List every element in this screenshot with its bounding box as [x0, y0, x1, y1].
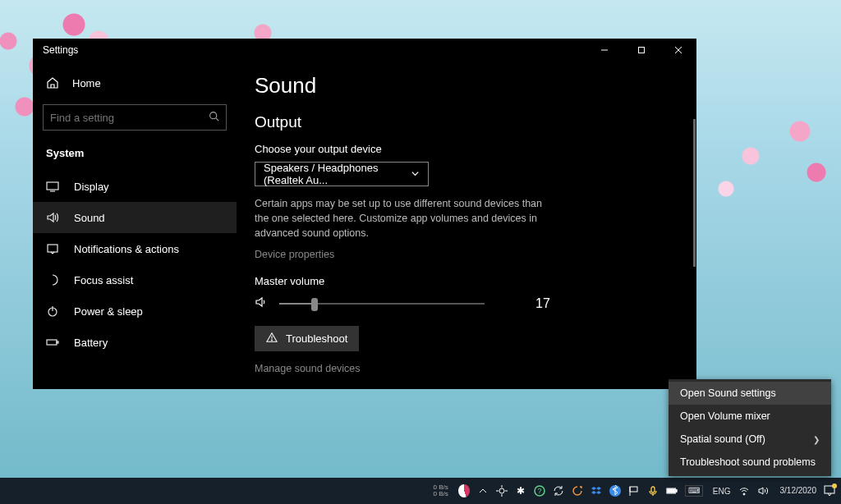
volume-icon[interactable]: [255, 296, 269, 311]
nav-label: Display: [74, 181, 109, 193]
ctx-label: Troubleshoot sound problems: [680, 456, 816, 468]
search-icon: [209, 111, 219, 124]
output-help-text: Certain apps may be set up to use differ…: [255, 196, 542, 241]
ctx-open-sound-settings[interactable]: Open Sound settings: [669, 382, 831, 405]
content-area: Sound Output Choose your output device S…: [237, 62, 696, 389]
maximize-button[interactable]: [623, 39, 659, 62]
tray-keyboard-icon[interactable]: ⌨: [685, 485, 703, 497]
svg-rect-1: [638, 48, 644, 53]
tray-help-icon[interactable]: ?: [534, 485, 545, 497]
chevron-right-icon: ❯: [813, 435, 820, 444]
nav-power-sleep[interactable]: Power & sleep: [33, 296, 237, 327]
action-center-icon[interactable]: [823, 484, 836, 497]
network-stats[interactable]: 0 B/s 0 B/s: [434, 484, 453, 498]
minimize-button[interactable]: [586, 39, 623, 62]
tray-flag-icon[interactable]: [628, 485, 640, 497]
taskbar[interactable]: 0 B/s 0 B/s ✱ ? ⌨ ENG 3/12/2020: [0, 478, 841, 504]
sound-context-menu: Open Sound settings Open Volume mixer Sp…: [669, 379, 831, 476]
search-input[interactable]: [50, 112, 209, 124]
tray-dropbox-icon[interactable]: [591, 485, 602, 497]
svg-rect-23: [630, 487, 637, 492]
titlebar[interactable]: Settings: [33, 39, 696, 62]
svg-point-29: [743, 493, 745, 495]
nav-notifications[interactable]: Notifications & actions: [33, 233, 237, 264]
settings-window: Settings Home System: [33, 39, 696, 365]
ctx-label: Open Sound settings: [680, 387, 776, 399]
nav-label: Focus assist: [74, 274, 133, 286]
window-title: Settings: [43, 44, 78, 56]
battery-icon: [46, 336, 59, 349]
home-nav[interactable]: Home: [43, 70, 227, 96]
ctx-label: Spatial sound (Off): [680, 433, 765, 445]
ctx-label: Open Volume mixer: [680, 410, 770, 422]
svg-point-4: [210, 112, 217, 119]
svg-line-5: [216, 118, 218, 121]
svg-rect-27: [675, 489, 677, 492]
manage-sound-devices-link[interactable]: Manage sound devices: [255, 363, 678, 374]
nav-focus-assist[interactable]: Focus assist: [33, 264, 237, 296]
display-icon: [46, 180, 59, 193]
nav-battery[interactable]: Battery: [33, 327, 237, 358]
tray-bluetooth-icon[interactable]: [609, 485, 621, 497]
nav-label: Power & sleep: [74, 305, 143, 318]
device-properties-link[interactable]: Device properties: [255, 249, 678, 260]
focus-assist-icon: [46, 273, 59, 286]
tray-battery-icon[interactable]: [666, 485, 678, 497]
nav-label: Sound: [74, 212, 105, 224]
tray-language[interactable]: ENG: [713, 487, 731, 496]
tray-refresh-icon[interactable]: [572, 485, 583, 497]
nav-label: Battery: [74, 337, 108, 349]
svg-point-15: [499, 488, 504, 493]
home-label: Home: [72, 77, 101, 89]
volume-slider[interactable]: [279, 303, 485, 305]
volume-value: 17: [535, 296, 550, 311]
net-dn: 0 B/s: [434, 491, 448, 497]
svg-point-14: [272, 340, 273, 341]
category-label: System: [43, 142, 227, 171]
svg-rect-11: [47, 340, 57, 345]
svg-rect-28: [667, 489, 674, 493]
svg-rect-6: [47, 182, 58, 190]
notifications-icon: [46, 242, 59, 255]
output-section-title: Output: [255, 113, 678, 131]
taskbar-clock[interactable]: 3/12/2020: [774, 486, 824, 496]
ctx-spatial-sound[interactable]: Spatial sound (Off) ❯: [669, 428, 831, 451]
warning-icon: [266, 332, 278, 346]
svg-rect-8: [48, 245, 57, 252]
tray-wifi-icon[interactable]: [738, 485, 750, 497]
sidebar: Home System Display Sound: [33, 62, 237, 389]
home-icon: [46, 76, 59, 89]
system-tray: ✱ ? ⌨ ENG: [453, 485, 774, 497]
page-title: Sound: [255, 73, 678, 99]
troubleshoot-button[interactable]: Troubleshoot: [255, 326, 359, 351]
ctx-troubleshoot-sound[interactable]: Troubleshoot sound problems: [669, 451, 831, 474]
tray-pie-icon[interactable]: [458, 485, 470, 497]
chevron-down-icon: [411, 168, 420, 181]
troubleshoot-label: Troubleshoot: [286, 332, 347, 345]
tray-slack-icon[interactable]: ✱: [515, 485, 526, 497]
svg-rect-25: [651, 487, 655, 493]
tray-sync-icon[interactable]: [553, 485, 564, 497]
dropdown-value: Speakers / Headphones (Realtek Au...: [264, 162, 411, 186]
choose-output-label: Choose your output device: [255, 143, 678, 155]
wallpaper-blossom-right: [701, 107, 841, 213]
nav-label: Notifications & actions: [74, 243, 179, 255]
svg-rect-12: [57, 341, 58, 343]
search-box[interactable]: [43, 104, 227, 131]
sound-icon: [46, 211, 59, 224]
ctx-open-volume-mixer[interactable]: Open Volume mixer: [669, 405, 831, 428]
output-device-dropdown[interactable]: Speakers / Headphones (Realtek Au...: [255, 162, 429, 186]
nav-sound[interactable]: Sound: [33, 202, 237, 233]
tray-mic-icon[interactable]: [647, 485, 659, 497]
slider-thumb[interactable]: [311, 298, 318, 311]
slider-fill: [279, 303, 315, 305]
tray-locate-icon[interactable]: [496, 485, 508, 497]
tray-volume-icon[interactable]: [757, 485, 769, 497]
scrollbar[interactable]: [693, 119, 696, 267]
master-volume-label: Master volume: [255, 275, 678, 287]
taskbar-date: 3/12/2020: [780, 486, 817, 496]
nav-display[interactable]: Display: [33, 171, 237, 202]
tray-chevron-icon[interactable]: [477, 485, 489, 497]
close-button[interactable]: [659, 39, 696, 62]
svg-text:?: ?: [537, 487, 541, 495]
